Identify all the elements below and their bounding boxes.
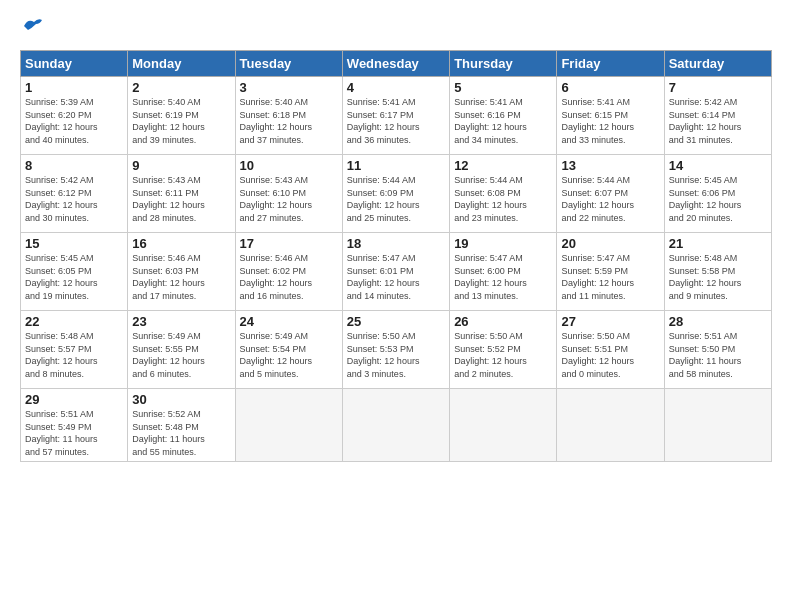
table-row: 9Sunrise: 5:43 AM Sunset: 6:11 PM Daylig… (128, 155, 235, 233)
day-info: Sunrise: 5:47 AM Sunset: 6:00 PM Dayligh… (454, 252, 552, 302)
calendar-week-row: 29Sunrise: 5:51 AM Sunset: 5:49 PM Dayli… (21, 389, 772, 462)
day-info: Sunrise: 5:51 AM Sunset: 5:50 PM Dayligh… (669, 330, 767, 380)
day-info: Sunrise: 5:46 AM Sunset: 6:03 PM Dayligh… (132, 252, 230, 302)
day-number: 2 (132, 80, 230, 95)
day-info: Sunrise: 5:45 AM Sunset: 6:05 PM Dayligh… (25, 252, 123, 302)
table-row: 26Sunrise: 5:50 AM Sunset: 5:52 PM Dayli… (450, 311, 557, 389)
header (20, 16, 772, 40)
page: Sunday Monday Tuesday Wednesday Thursday… (0, 0, 792, 474)
day-info: Sunrise: 5:42 AM Sunset: 6:12 PM Dayligh… (25, 174, 123, 224)
day-info: Sunrise: 5:46 AM Sunset: 6:02 PM Dayligh… (240, 252, 338, 302)
day-number: 16 (132, 236, 230, 251)
table-row: 17Sunrise: 5:46 AM Sunset: 6:02 PM Dayli… (235, 233, 342, 311)
calendar-table: Sunday Monday Tuesday Wednesday Thursday… (20, 50, 772, 462)
table-row (235, 389, 342, 462)
table-row (450, 389, 557, 462)
day-number: 14 (669, 158, 767, 173)
table-row: 25Sunrise: 5:50 AM Sunset: 5:53 PM Dayli… (342, 311, 449, 389)
table-row (557, 389, 664, 462)
day-number: 17 (240, 236, 338, 251)
day-number: 25 (347, 314, 445, 329)
col-saturday: Saturday (664, 51, 771, 77)
table-row: 19Sunrise: 5:47 AM Sunset: 6:00 PM Dayli… (450, 233, 557, 311)
day-number: 29 (25, 392, 123, 407)
day-number: 26 (454, 314, 552, 329)
day-info: Sunrise: 5:47 AM Sunset: 6:01 PM Dayligh… (347, 252, 445, 302)
day-info: Sunrise: 5:41 AM Sunset: 6:15 PM Dayligh… (561, 96, 659, 146)
table-row: 28Sunrise: 5:51 AM Sunset: 5:50 PM Dayli… (664, 311, 771, 389)
day-number: 27 (561, 314, 659, 329)
calendar-week-row: 1Sunrise: 5:39 AM Sunset: 6:20 PM Daylig… (21, 77, 772, 155)
table-row: 5Sunrise: 5:41 AM Sunset: 6:16 PM Daylig… (450, 77, 557, 155)
table-row: 22Sunrise: 5:48 AM Sunset: 5:57 PM Dayli… (21, 311, 128, 389)
table-row: 24Sunrise: 5:49 AM Sunset: 5:54 PM Dayli… (235, 311, 342, 389)
col-wednesday: Wednesday (342, 51, 449, 77)
table-row: 4Sunrise: 5:41 AM Sunset: 6:17 PM Daylig… (342, 77, 449, 155)
table-row: 13Sunrise: 5:44 AM Sunset: 6:07 PM Dayli… (557, 155, 664, 233)
day-number: 23 (132, 314, 230, 329)
logo-bird-icon (22, 16, 44, 34)
table-row: 8Sunrise: 5:42 AM Sunset: 6:12 PM Daylig… (21, 155, 128, 233)
calendar-week-row: 15Sunrise: 5:45 AM Sunset: 6:05 PM Dayli… (21, 233, 772, 311)
day-info: Sunrise: 5:41 AM Sunset: 6:17 PM Dayligh… (347, 96, 445, 146)
col-tuesday: Tuesday (235, 51, 342, 77)
day-info: Sunrise: 5:51 AM Sunset: 5:49 PM Dayligh… (25, 408, 123, 458)
day-number: 28 (669, 314, 767, 329)
col-sunday: Sunday (21, 51, 128, 77)
day-number: 11 (347, 158, 445, 173)
day-number: 3 (240, 80, 338, 95)
day-info: Sunrise: 5:40 AM Sunset: 6:18 PM Dayligh… (240, 96, 338, 146)
day-info: Sunrise: 5:49 AM Sunset: 5:55 PM Dayligh… (132, 330, 230, 380)
day-number: 6 (561, 80, 659, 95)
table-row: 29Sunrise: 5:51 AM Sunset: 5:49 PM Dayli… (21, 389, 128, 462)
day-info: Sunrise: 5:44 AM Sunset: 6:08 PM Dayligh… (454, 174, 552, 224)
day-number: 12 (454, 158, 552, 173)
day-info: Sunrise: 5:50 AM Sunset: 5:52 PM Dayligh… (454, 330, 552, 380)
table-row: 7Sunrise: 5:42 AM Sunset: 6:14 PM Daylig… (664, 77, 771, 155)
table-row: 27Sunrise: 5:50 AM Sunset: 5:51 PM Dayli… (557, 311, 664, 389)
day-number: 5 (454, 80, 552, 95)
day-number: 19 (454, 236, 552, 251)
table-row: 16Sunrise: 5:46 AM Sunset: 6:03 PM Dayli… (128, 233, 235, 311)
day-info: Sunrise: 5:49 AM Sunset: 5:54 PM Dayligh… (240, 330, 338, 380)
table-row: 11Sunrise: 5:44 AM Sunset: 6:09 PM Dayli… (342, 155, 449, 233)
day-number: 22 (25, 314, 123, 329)
calendar-week-row: 8Sunrise: 5:42 AM Sunset: 6:12 PM Daylig… (21, 155, 772, 233)
day-number: 20 (561, 236, 659, 251)
day-info: Sunrise: 5:47 AM Sunset: 5:59 PM Dayligh… (561, 252, 659, 302)
day-info: Sunrise: 5:42 AM Sunset: 6:14 PM Dayligh… (669, 96, 767, 146)
day-number: 4 (347, 80, 445, 95)
table-row: 2Sunrise: 5:40 AM Sunset: 6:19 PM Daylig… (128, 77, 235, 155)
day-number: 10 (240, 158, 338, 173)
header-row: Sunday Monday Tuesday Wednesday Thursday… (21, 51, 772, 77)
day-number: 15 (25, 236, 123, 251)
day-number: 8 (25, 158, 123, 173)
day-info: Sunrise: 5:50 AM Sunset: 5:53 PM Dayligh… (347, 330, 445, 380)
day-info: Sunrise: 5:40 AM Sunset: 6:19 PM Dayligh… (132, 96, 230, 146)
table-row (342, 389, 449, 462)
day-number: 7 (669, 80, 767, 95)
table-row: 14Sunrise: 5:45 AM Sunset: 6:06 PM Dayli… (664, 155, 771, 233)
day-info: Sunrise: 5:48 AM Sunset: 5:58 PM Dayligh… (669, 252, 767, 302)
calendar-week-row: 22Sunrise: 5:48 AM Sunset: 5:57 PM Dayli… (21, 311, 772, 389)
table-row: 20Sunrise: 5:47 AM Sunset: 5:59 PM Dayli… (557, 233, 664, 311)
table-row: 12Sunrise: 5:44 AM Sunset: 6:08 PM Dayli… (450, 155, 557, 233)
day-info: Sunrise: 5:39 AM Sunset: 6:20 PM Dayligh… (25, 96, 123, 146)
table-row: 30Sunrise: 5:52 AM Sunset: 5:48 PM Dayli… (128, 389, 235, 462)
day-info: Sunrise: 5:41 AM Sunset: 6:16 PM Dayligh… (454, 96, 552, 146)
day-number: 9 (132, 158, 230, 173)
table-row: 23Sunrise: 5:49 AM Sunset: 5:55 PM Dayli… (128, 311, 235, 389)
day-number: 1 (25, 80, 123, 95)
table-row: 15Sunrise: 5:45 AM Sunset: 6:05 PM Dayli… (21, 233, 128, 311)
day-info: Sunrise: 5:43 AM Sunset: 6:11 PM Dayligh… (132, 174, 230, 224)
day-number: 24 (240, 314, 338, 329)
day-info: Sunrise: 5:52 AM Sunset: 5:48 PM Dayligh… (132, 408, 230, 458)
day-info: Sunrise: 5:50 AM Sunset: 5:51 PM Dayligh… (561, 330, 659, 380)
table-row: 3Sunrise: 5:40 AM Sunset: 6:18 PM Daylig… (235, 77, 342, 155)
day-number: 30 (132, 392, 230, 407)
day-info: Sunrise: 5:44 AM Sunset: 6:07 PM Dayligh… (561, 174, 659, 224)
day-info: Sunrise: 5:45 AM Sunset: 6:06 PM Dayligh… (669, 174, 767, 224)
table-row: 6Sunrise: 5:41 AM Sunset: 6:15 PM Daylig… (557, 77, 664, 155)
table-row: 18Sunrise: 5:47 AM Sunset: 6:01 PM Dayli… (342, 233, 449, 311)
logo (20, 16, 44, 40)
